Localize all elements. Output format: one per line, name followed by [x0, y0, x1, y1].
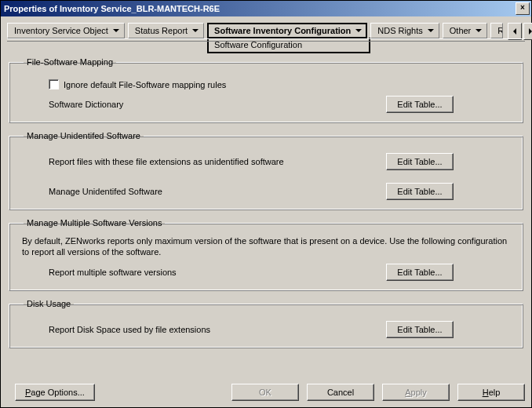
tab-other[interactable]: Other	[443, 23, 488, 38]
tab-scroll-right[interactable]	[523, 23, 532, 40]
chevron-down-icon	[113, 29, 119, 32]
tabstrip: Inventory Service Object Status Report S…	[1, 16, 531, 53]
chevron-left-icon	[513, 28, 516, 35]
tab-label: Right	[497, 26, 503, 35]
report-disk-label: Report Disk Space used by file extension…	[49, 325, 210, 334]
software-dictionary-label: Software Dictionary	[49, 100, 123, 109]
report-multiple-label: Report multiple software versions	[49, 268, 177, 277]
group-file-software-mapping: File-Software Mapping Ignore default Fil…	[9, 57, 523, 123]
tab-scroll-left[interactable]	[508, 23, 522, 40]
help-button[interactable]: Help	[457, 384, 525, 401]
row-report-files: Report files with these file extensions …	[49, 153, 515, 170]
group-legend: Disk Usage	[24, 299, 74, 308]
properties-dialog: Properties of Inventory Service_BLR-MANT…	[0, 0, 532, 408]
chevron-down-icon	[355, 29, 362, 32]
edit-table-button[interactable]: Edit Table...	[386, 96, 454, 113]
chevron-down-icon	[476, 29, 482, 32]
window-title: Properties of Inventory Service_BLR-MANT…	[4, 4, 220, 13]
group-legend: Manage Unidentifed Software	[24, 131, 144, 140]
tab-rights-truncated[interactable]: Right	[490, 23, 503, 38]
row-report-disk: Report Disk Space used by file extension…	[49, 321, 515, 338]
group-legend: File-Software Mapping	[24, 57, 116, 67]
group-legend: Manage Multiple Software Versions	[24, 218, 165, 228]
tab-label: NDS Rights	[377, 26, 422, 35]
cancel-button[interactable]: Cancel	[307, 384, 374, 401]
chevron-right-icon	[529, 28, 532, 35]
page-options-button[interactable]: Page Options...	[15, 384, 95, 401]
row-manage-unidentified: Manage Unidentifed Software Edit Table..…	[49, 183, 515, 200]
tab-label: Other	[450, 26, 472, 35]
tab-nds-rights[interactable]: NDS Rights	[370, 23, 439, 38]
edit-table-button[interactable]: Edit Table...	[386, 321, 454, 338]
edit-table-button[interactable]: Edit Table...	[386, 264, 454, 281]
tab-underline	[7, 38, 525, 42]
titlebar: Properties of Inventory Service_BLR-MANT…	[1, 1, 531, 16]
content-panel: File-Software Mapping Ignore default Fil…	[9, 57, 523, 374]
edit-table-button[interactable]: Edit Table...	[386, 183, 454, 200]
footer-buttons: Page Options... OK Cancel Apply Help	[7, 384, 525, 401]
manage-unidentified-label: Manage Unidentifed Software	[49, 187, 162, 196]
edit-table-button[interactable]: Edit Table...	[386, 153, 454, 170]
report-files-label: Report files with these file extensions …	[49, 157, 284, 166]
group-manage-versions: Manage Multiple Software Versions By def…	[9, 218, 523, 291]
chevron-down-icon	[192, 29, 199, 32]
tab-label: Inventory Service Object	[14, 26, 108, 35]
versions-description: By default, ZENworks reports only maximu…	[22, 235, 512, 257]
tab-label: Status Report	[135, 26, 188, 35]
ignore-default-checkbox[interactable]	[49, 79, 59, 89]
ok-button[interactable]: OK	[231, 384, 299, 401]
row-report-multiple: Report multiple software versions Edit T…	[49, 264, 515, 281]
group-disk-usage: Disk Usage Report Disk Space used by fil…	[9, 299, 523, 348]
tab-software-inventory-configuration-group: Software Inventory Configuration Softwar…	[207, 23, 370, 53]
tab-software-inventory-configuration[interactable]: Software Inventory Configuration	[207, 23, 367, 38]
tab-status-report[interactable]: Status Report	[128, 23, 204, 38]
close-button[interactable]: ×	[516, 2, 530, 15]
group-manage-unidentified: Manage Unidentifed Software Report files…	[9, 131, 523, 210]
row-ignore-default: Ignore default File-Software mapping rul…	[49, 79, 515, 89]
tab-scroll-buttons	[506, 23, 532, 40]
ignore-default-label: Ignore default File-Software mapping rul…	[64, 80, 226, 89]
tab-inventory-service-object[interactable]: Inventory Service Object	[7, 23, 125, 38]
chevron-down-icon	[428, 29, 434, 32]
row-software-dictionary: Software Dictionary Edit Table...	[49, 96, 515, 113]
apply-button[interactable]: Apply	[382, 384, 450, 401]
tab-label: Software Inventory Configuration	[214, 26, 351, 35]
